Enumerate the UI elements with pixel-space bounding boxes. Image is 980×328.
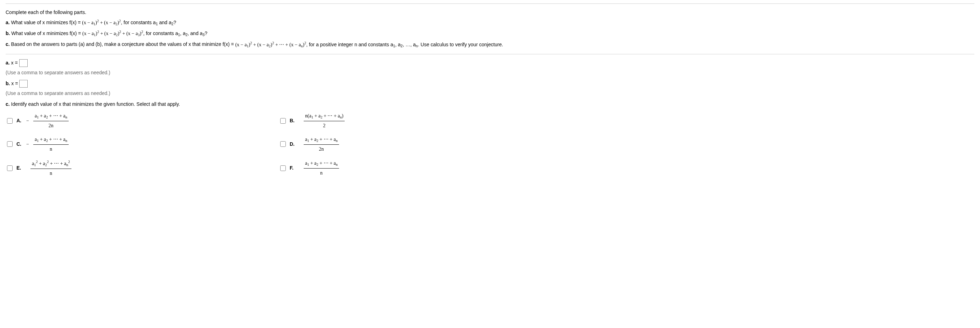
answer-a-label: a. xyxy=(6,60,10,65)
choice-e-num: a12 + a22 + ⋯ + an2 xyxy=(30,159,72,169)
part-a-label: a. xyxy=(6,20,10,25)
answer-a-hint: (Use a comma to separate answers as need… xyxy=(6,69,974,76)
part-c-prompt: c. Identify each value of x that minimiz… xyxy=(6,100,974,108)
answer-a-var: x = xyxy=(10,60,19,65)
answer-b-hint: (Use a comma to separate answers as need… xyxy=(6,90,974,97)
choice-b-letter: B. xyxy=(290,117,297,124)
choice-f-checkbox[interactable] xyxy=(280,166,286,171)
choice-c-den: n xyxy=(33,145,68,153)
choice-a-checkbox[interactable] xyxy=(7,118,13,124)
choice-e-letter: E. xyxy=(16,164,24,172)
choice-d-fraction: a1 + a2 + ⋯ + an 2n xyxy=(304,135,339,153)
choice-e-den: n xyxy=(30,169,72,177)
answer-b-var: x = xyxy=(10,81,19,86)
choice-e-fraction: a12 + a22 + ⋯ + an2 n xyxy=(30,159,72,177)
choice-f-den: n xyxy=(304,169,339,177)
choice-c-neg: − xyxy=(26,140,30,148)
choice-c[interactable]: C. − a1 + a2 + ⋯ + an n xyxy=(6,135,279,153)
part-c-equation: (x − a1)2 + (x − a2)2 + ⋯ + (x − an)2 xyxy=(235,42,307,47)
part-a-question: a. What value of x minimizes f(x) = (x −… xyxy=(6,18,974,27)
part-b-prefix: What value of x minimizes f(x) = xyxy=(10,30,82,36)
choice-a[interactable]: A. − a1 + a2 + ⋯ + an 2n xyxy=(6,112,279,129)
choice-d-checkbox[interactable] xyxy=(280,141,286,147)
part-c-suffix: , for a positive integer n and constants… xyxy=(306,42,503,47)
choice-f-letter: F. xyxy=(290,164,297,172)
part-a-suffix: , for constants a1 and a2? xyxy=(121,20,176,25)
part-c-prompt-label: c. xyxy=(6,101,10,107)
answer-b-label: b. xyxy=(6,81,10,86)
choice-e[interactable]: E. a12 + a22 + ⋯ + an2 n xyxy=(6,159,279,177)
part-b-question: b. What value of x minimizes f(x) = (x −… xyxy=(6,29,974,38)
answer-b-input[interactable] xyxy=(19,80,28,88)
choice-d-letter: D. xyxy=(290,140,297,148)
intro-text: Complete each of the following parts. xyxy=(6,9,974,16)
answer-b-row: b. x = xyxy=(6,80,974,88)
choice-c-num: a1 + a2 + ⋯ + an xyxy=(33,135,68,145)
part-c-question: c. Based on the answers to parts (a) and… xyxy=(6,40,974,49)
choice-a-letter: A. xyxy=(16,117,24,124)
part-a-equation: (x − a1)2 + (x − a2)2 xyxy=(82,20,121,25)
part-c-prompt-text: Identify each value of x that minimizes … xyxy=(10,101,180,107)
choice-b-num: n(a1 + a2 + ⋯ + an) xyxy=(304,112,345,121)
choice-c-fraction: a1 + a2 + ⋯ + an n xyxy=(33,135,68,153)
answer-a-input[interactable] xyxy=(19,59,28,67)
question-block: Complete each of the following parts. a.… xyxy=(6,3,974,54)
choice-b-den: 2 xyxy=(304,121,345,129)
choice-e-checkbox[interactable] xyxy=(7,166,13,171)
choice-f[interactable]: F. a1 + a2 + ⋯ + an n xyxy=(279,159,552,177)
part-b-equation: (x − a1)2 + (x − a2)2 + (x − a3)2 xyxy=(82,31,143,36)
choice-d-den: 2n xyxy=(304,145,339,153)
choice-d[interactable]: D. a1 + a2 + ⋯ + an 2n xyxy=(279,135,552,153)
choice-a-neg: − xyxy=(26,117,30,124)
answer-a-row: a. x = xyxy=(6,59,974,67)
choice-b-checkbox[interactable] xyxy=(280,118,286,124)
part-c-prefix: Based on the answers to parts (a) and (b… xyxy=(10,42,235,47)
choice-f-num: a1 + a2 + ⋯ + an xyxy=(304,159,339,169)
choice-d-num: a1 + a2 + ⋯ + an xyxy=(304,135,339,145)
part-b-suffix: , for constants a1, a2, and a3? xyxy=(143,30,207,36)
choice-a-den: 2n xyxy=(33,121,68,129)
choice-c-letter: C. xyxy=(16,140,24,148)
part-b-label: b. xyxy=(6,30,10,36)
choice-b-fraction: n(a1 + a2 + ⋯ + an) 2 xyxy=(304,112,345,129)
choices-grid: A. − a1 + a2 + ⋯ + an 2n B. n(a1 + a2 + … xyxy=(6,112,974,177)
choice-a-num: a1 + a2 + ⋯ + an xyxy=(33,112,68,121)
part-a-prefix: What value of x minimizes f(x) = xyxy=(10,20,82,25)
part-c-label: c. xyxy=(6,42,10,47)
choice-b[interactable]: B. n(a1 + a2 + ⋯ + an) 2 xyxy=(279,112,552,129)
choice-c-checkbox[interactable] xyxy=(7,141,13,147)
choice-f-fraction: a1 + a2 + ⋯ + an n xyxy=(304,159,339,177)
answers-block: a. x = (Use a comma to separate answers … xyxy=(6,54,974,180)
choice-a-fraction: a1 + a2 + ⋯ + an 2n xyxy=(33,112,68,129)
